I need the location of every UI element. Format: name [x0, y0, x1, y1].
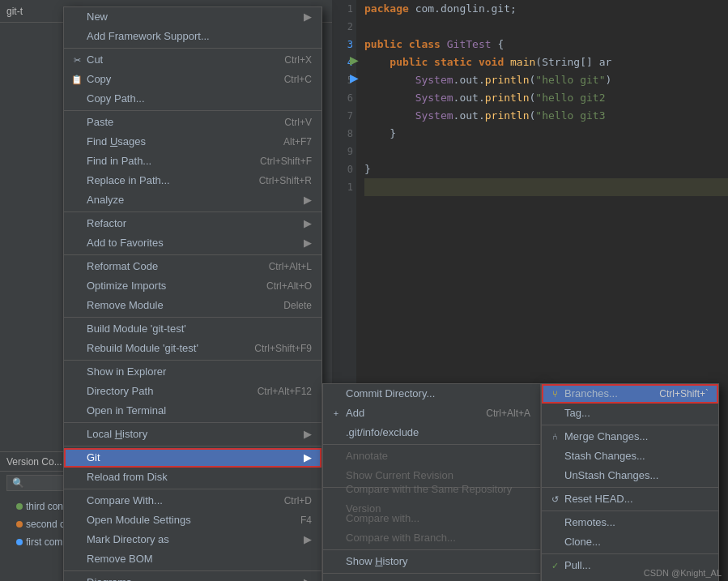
menu-item-find-path[interactable]: Find in Path... Ctrl+Shift+F — [64, 152, 321, 171]
shortcut: F4 — [300, 511, 312, 530]
line-num: 1 — [347, 0, 353, 18]
menu-item-replace-path[interactable]: Replace in Path... Ctrl+Shift+R — [64, 171, 321, 190]
menu-item-find-usages[interactable]: Find Usages Alt+F7 — [64, 132, 321, 152]
menu-label: Remotes... — [564, 513, 615, 532]
menu-label: Open Module Settings — [87, 511, 191, 530]
repo-menu-remotes[interactable]: Remotes... — [542, 513, 718, 532]
menu-item-dir-path[interactable]: Directory Path Ctrl+Alt+F12 — [64, 382, 321, 401]
menu-label: Reset HEAD... — [564, 489, 633, 509]
menu-label: Show in Explorer — [87, 362, 166, 382]
menu-item-remove-module[interactable]: Remove Module Delete — [64, 296, 321, 315]
shortcut: Ctrl+Shift+` — [659, 384, 709, 404]
menu-item-reload[interactable]: Reload from Disk — [64, 468, 321, 487]
menu-label: Compare with Branch... — [346, 528, 456, 548]
submenu-arrow: ▶ — [304, 7, 312, 27]
menu-item-reformat[interactable]: Reformat Code Ctrl+Alt+L — [64, 257, 321, 276]
menu-item-diagrams[interactable]: Diagrams ▶ — [64, 573, 321, 581]
separator — [64, 48, 321, 49]
menu-label: Find in Path... — [87, 152, 151, 171]
git-menu-annotate: Annotate — [323, 446, 540, 466]
menu-item-local-history[interactable]: Local History ▶ — [64, 425, 321, 444]
menu-item-copy[interactable]: 📋 Copy Ctrl+C — [64, 70, 321, 89]
menu-item-add-favorites[interactable]: Add to Favorites ▶ — [64, 233, 321, 253]
menu-item-git[interactable]: Git ▶ — [64, 448, 321, 468]
menu-label: Stash Changes... — [564, 446, 645, 466]
project-title: git-t — [6, 6, 23, 17]
menu-item-cut[interactable]: ✂ Cut Ctrl+X — [64, 50, 321, 70]
shortcut: Ctrl+Alt+L — [269, 257, 312, 276]
menu-item-paste[interactable]: Paste Ctrl+V — [64, 113, 321, 132]
repo-menu-merge[interactable]: ⑃ Merge Changes... — [542, 427, 718, 446]
menu-item-analyze[interactable]: Analyze ▶ — [64, 190, 321, 210]
shortcut: Ctrl+Alt+O — [266, 276, 312, 296]
menu-label: Analyze — [87, 190, 124, 210]
shortcut: Ctrl+C — [284, 70, 312, 89]
git-menu-commit-dir[interactable]: Commit Directory... — [323, 384, 540, 404]
repo-menu-tag[interactable]: Tag... — [542, 404, 718, 423]
menu-label: Compare With... — [87, 491, 163, 511]
submenu-arrow: ▶ — [304, 425, 312, 444]
menu-item-copy-path[interactable]: Copy Path... — [64, 89, 321, 109]
menu-label: Add — [346, 404, 364, 423]
menu-label: UnStash Changes... — [564, 466, 658, 485]
code-line-7: System.out.println("hello git3 — [364, 107, 728, 125]
git-menu-rollback: ↩ Rollback... Ctrl+Alt+Z — [323, 575, 540, 581]
menu-item-refactor[interactable]: Refactor ▶ — [64, 214, 321, 233]
shortcut: Ctrl+D — [284, 491, 312, 511]
menu-item-open-terminal[interactable]: Open in Terminal — [64, 401, 321, 421]
menu-label: Add to Favorites — [87, 233, 164, 253]
git-menu-add[interactable]: + Add Ctrl+Alt+A — [323, 404, 540, 423]
menu-label: Compare with... — [346, 509, 419, 528]
menu-item-optimize[interactable]: Optimize Imports Ctrl+Alt+O — [64, 276, 321, 296]
menu-label: Remove Module — [87, 296, 164, 315]
menu-item-rebuild[interactable]: Rebuild Module 'git-test' Ctrl+Shift+F9 — [64, 339, 321, 358]
checkmark-icon: ✓ — [548, 556, 561, 575]
separator — [64, 254, 321, 255]
separator — [323, 573, 540, 574]
watermark: CSDN @Knight_AL — [644, 568, 722, 578]
menu-label: Local History — [87, 425, 147, 444]
menu-label: Find Usages — [87, 132, 146, 152]
line-num: 6 — [347, 89, 353, 107]
git-menu-show-history[interactable]: Show History — [323, 552, 540, 571]
shortcut: Ctrl+Alt+A — [486, 404, 530, 423]
menu-item-module-settings[interactable]: Open Module Settings F4 — [64, 511, 321, 530]
repo-menu-clone[interactable]: Clone... — [542, 532, 718, 552]
menu-item-add-framework[interactable]: Add Framework Support... — [64, 27, 321, 46]
shortcut: Ctrl+X — [284, 50, 312, 70]
git-menu-gitinfo[interactable]: .git/info/exclude — [323, 423, 540, 442]
menu-label: Commit Directory... — [346, 384, 435, 404]
separator — [64, 570, 321, 571]
repo-menu-stash[interactable]: Stash Changes... — [542, 446, 718, 466]
menu-item-remove-bom[interactable]: Remove BOM — [64, 549, 321, 569]
line-num: 9 — [347, 143, 353, 160]
menu-label: Clone... — [564, 532, 601, 552]
menu-label: .git/info/exclude — [346, 423, 419, 442]
menu-label: Reload from Disk — [87, 468, 168, 487]
menu-label: Merge Changes... — [564, 427, 648, 446]
menu-label: Rebuild Module 'git-test' — [87, 339, 198, 358]
menu-item-compare[interactable]: Compare With... Ctrl+D — [64, 491, 321, 511]
commit-label-1: third con — [26, 498, 63, 515]
separator — [64, 446, 321, 446]
separator — [64, 422, 321, 423]
line-num: 7 — [347, 107, 353, 125]
menu-item-mark-dir[interactable]: Mark Directory as ▶ — [64, 530, 321, 549]
menu-item-show-explorer[interactable]: Show in Explorer — [64, 362, 321, 382]
separator — [64, 317, 321, 318]
menu-item-new[interactable]: New ▶ — [64, 7, 321, 27]
submenu-arrow: ▶ — [304, 573, 312, 581]
code-line-5: System.out.println("hello git") — [364, 71, 728, 89]
menu-item-build[interactable]: Build Module 'git-test' — [64, 319, 321, 339]
context-menu: New ▶ Add Framework Support... ✂ Cut Ctr… — [63, 6, 322, 581]
shortcut: Ctrl+Alt+Z — [487, 575, 530, 581]
submenu-arrow: ▶ — [304, 448, 312, 468]
submenu-arrow: ▶ — [304, 530, 312, 549]
repo-menu-branches[interactable]: ⑂ Branches... Ctrl+Shift+` — [542, 384, 718, 404]
menu-label: Cut — [87, 50, 103, 70]
repo-menu-reset-head[interactable]: ↺ Reset HEAD... — [542, 489, 718, 509]
menu-label: Open in Terminal — [87, 401, 166, 421]
menu-label: Pull... — [564, 556, 591, 575]
code-line-10: } — [364, 160, 728, 178]
repo-menu-unstash[interactable]: UnStash Changes... — [542, 466, 718, 485]
